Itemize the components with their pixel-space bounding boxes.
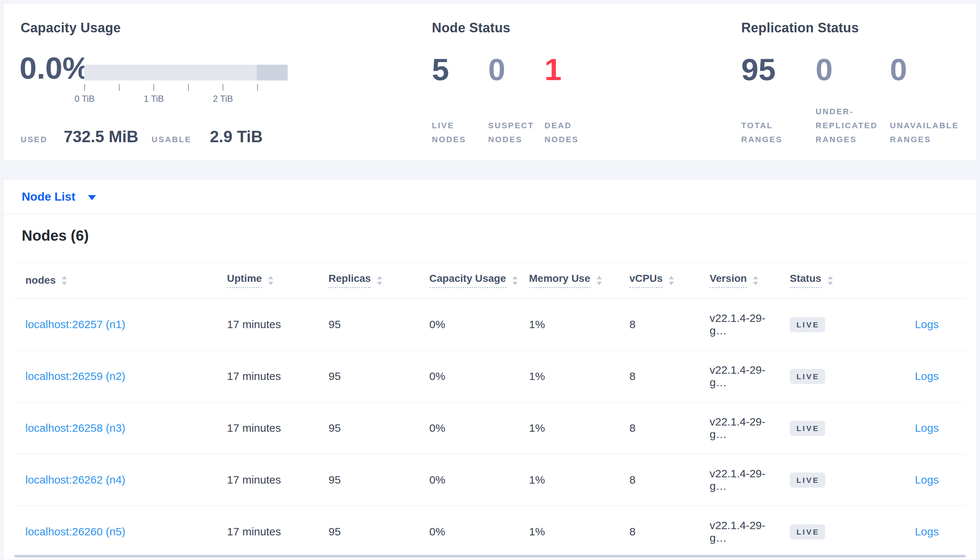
- node-table-row: localhost:26262 (n4) 17 minutes 95 0% 1%…: [14, 454, 966, 506]
- axis-tick: [154, 84, 154, 91]
- node-table-header-row: nodes Uptime Replicas Capacity Usage: [14, 262, 966, 299]
- status-metric-value: 5: [432, 54, 488, 85]
- horizontal-scrollbar[interactable]: [14, 555, 966, 557]
- column-header-label: Memory Use: [529, 273, 590, 288]
- logs-link[interactable]: Logs: [915, 473, 939, 486]
- column-header[interactable]: nodes: [14, 275, 216, 286]
- column-header[interactable]: Memory Use: [518, 273, 619, 288]
- sort-icon[interactable]: [377, 276, 383, 285]
- node-table-row: localhost:26258 (n3) 17 minutes 95 0% 1%…: [14, 402, 966, 454]
- uptime-cell: 17 minutes: [216, 422, 318, 434]
- column-header-label: Capacity Usage: [429, 273, 506, 288]
- status-metric-label: TOTAL RANGES: [741, 119, 816, 147]
- replicas-cell: 95: [318, 473, 418, 486]
- logs-link[interactable]: Logs: [915, 525, 939, 538]
- logs-link[interactable]: Logs: [915, 370, 939, 382]
- status-metric-value: 1: [544, 54, 601, 85]
- column-header[interactable]: Replicas: [318, 273, 418, 288]
- capacity-bar-reserved-segment: [257, 65, 288, 80]
- sort-icon[interactable]: [62, 276, 67, 285]
- node-link[interactable]: localhost:26259 (n2): [25, 370, 125, 382]
- node-table-row: localhost:26260 (n5) 17 minutes 95 0% 1%…: [14, 506, 966, 557]
- replicas-cell: 95: [318, 422, 418, 434]
- version-cell: v22.1.4-29-g…: [699, 312, 779, 337]
- capacity-usage-bar: [84, 65, 288, 80]
- node-table-body: localhost:26257 (n1) 17 minutes 95 0% 1%…: [14, 299, 966, 557]
- capacity-stats: USED 732.5 MiB USABLE 2.9 TiB: [21, 128, 263, 146]
- axis-tick-label: 1 TiB: [128, 94, 179, 104]
- node-link[interactable]: localhost:26258 (n3): [25, 422, 125, 434]
- status-metric-value: 0: [816, 54, 890, 85]
- node-list-dropdown-label: Node List: [22, 190, 75, 203]
- column-header-label: Uptime: [227, 273, 262, 288]
- column-header[interactable]: Status: [779, 273, 863, 288]
- status-metric: 5 LIVE NODES: [432, 54, 488, 147]
- sort-icon[interactable]: [753, 276, 759, 285]
- replicas-cell: 95: [318, 370, 418, 383]
- sort-icon[interactable]: [596, 276, 602, 285]
- usable-label: USABLE: [152, 135, 191, 144]
- version-cell: v22.1.4-29-g…: [699, 519, 779, 544]
- column-header-label: Replicas: [328, 273, 371, 288]
- status-metric-value: 0: [488, 54, 544, 85]
- logs-link[interactable]: Logs: [915, 318, 939, 330]
- axis-tick-label: 0 TiB: [59, 94, 110, 104]
- axis-tick: [257, 84, 258, 91]
- column-header[interactable]: vCPUs: [619, 273, 699, 288]
- sort-icon[interactable]: [268, 276, 274, 285]
- vcpus-cell: 8: [619, 318, 699, 331]
- status-metric-label: UNAVAILABLE RANGES: [890, 119, 964, 147]
- replication-status-title: Replication Status: [741, 20, 859, 36]
- capacity-usage-cell: 0%: [418, 370, 518, 383]
- chevron-down-icon: [88, 195, 96, 200]
- node-list-dropdown[interactable]: Node List: [22, 190, 96, 203]
- status-metric: 95 TOTAL RANGES: [741, 54, 816, 147]
- capacity-usage-cell: 0%: [418, 525, 518, 538]
- column-header[interactable]: Uptime: [216, 273, 318, 288]
- capacity-usage-cell: 0%: [418, 473, 518, 486]
- nodes-panel: Nodes (6) nodes Uptime Replicas: [3, 214, 977, 560]
- status-metric-label: DEAD NODES: [544, 119, 601, 147]
- sort-icon[interactable]: [827, 276, 833, 285]
- capacity-used-percent: 0.0%: [20, 53, 90, 83]
- sort-icon[interactable]: [512, 276, 518, 285]
- node-link[interactable]: localhost:26257 (n1): [25, 318, 125, 330]
- status-metric: 1 DEAD NODES: [544, 54, 601, 147]
- node-table: nodes Uptime Replicas Capacity Usage: [14, 262, 966, 557]
- memory-use-cell: 1%: [518, 473, 619, 486]
- sort-icon[interactable]: [669, 276, 674, 285]
- status-badge: LIVE: [790, 317, 825, 332]
- used-label: USED: [21, 135, 47, 144]
- vcpus-cell: 8: [619, 473, 699, 486]
- axis-tick-label: 2 TiB: [197, 94, 249, 104]
- logs-link[interactable]: Logs: [915, 422, 939, 434]
- memory-use-cell: 1%: [518, 370, 619, 383]
- node-table-row: localhost:26257 (n1) 17 minutes 95 0% 1%…: [14, 299, 966, 350]
- capacity-usage-cell: 0%: [418, 422, 518, 434]
- axis-tick: [222, 84, 223, 91]
- axis-tick: [188, 84, 189, 91]
- replication-status-metrics: 95 TOTAL RANGES 0 UNDER-REPLICATED RANGE…: [741, 54, 964, 147]
- uptime-cell: 17 minutes: [216, 525, 318, 538]
- vcpus-cell: 8: [619, 422, 699, 434]
- version-cell: v22.1.4-29-g…: [699, 467, 779, 492]
- node-link[interactable]: localhost:26260 (n5): [25, 525, 125, 538]
- column-header-label: vCPUs: [629, 273, 662, 288]
- column-header-label: nodes: [25, 275, 55, 286]
- column-header[interactable]: Capacity Usage: [418, 273, 518, 288]
- vcpus-cell: 8: [619, 370, 699, 383]
- used-value: 732.5 MiB: [64, 128, 138, 146]
- uptime-cell: 17 minutes: [216, 370, 318, 383]
- vcpus-cell: 8: [619, 525, 699, 538]
- node-status-metrics: 5 LIVE NODES 0 SUSPECT NODES 1 DEAD NODE…: [432, 54, 601, 147]
- status-metric: 0 UNAVAILABLE RANGES: [890, 54, 964, 147]
- node-link[interactable]: localhost:26262 (n4): [25, 473, 125, 486]
- status-badge: LIVE: [790, 369, 825, 384]
- column-header[interactable]: Version: [699, 273, 779, 288]
- node-status-title: Node Status: [432, 20, 510, 36]
- status-metric: 0 SUSPECT NODES: [488, 54, 544, 147]
- status-metric: 0 UNDER-REPLICATED RANGES: [816, 54, 890, 147]
- version-cell: v22.1.4-29-g…: [699, 416, 779, 441]
- usable-value: 2.9 TiB: [210, 128, 263, 146]
- uptime-cell: 17 minutes: [216, 318, 318, 331]
